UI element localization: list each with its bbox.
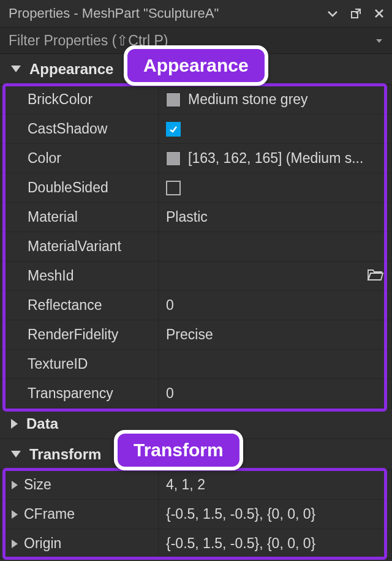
- properties-body: Appearance BrickColor Medium stone grey …: [0, 54, 392, 559]
- prop-label: MaterialVariant: [28, 238, 121, 254]
- filter-placeholder: Filter Properties (⇧Ctrl P): [9, 32, 375, 49]
- prop-label: Material: [28, 209, 78, 225]
- prop-row-textureid[interactable]: TextureID: [1, 350, 392, 379]
- prop-label: RenderFidelity: [28, 326, 118, 342]
- expand-icon[interactable]: [12, 481, 18, 489]
- filter-dropdown-icon[interactable]: [375, 32, 383, 49]
- titlebar-icons: [326, 7, 386, 20]
- prop-row-reflectance[interactable]: Reflectance 0: [1, 291, 392, 320]
- collapse-icon[interactable]: [326, 7, 339, 20]
- prop-row-doublesided[interactable]: DoubleSided: [1, 173, 392, 203]
- chevron-down-icon: [11, 66, 21, 72]
- prop-value: {-0.5, 1.5, -0.5}, {0, 0, 0}: [166, 506, 315, 522]
- checkbox-checked[interactable]: [166, 122, 181, 137]
- prop-row-size[interactable]: Size 4, 1, 2: [1, 470, 392, 500]
- prop-value: Plastic: [166, 209, 208, 225]
- expand-icon[interactable]: [12, 540, 18, 548]
- prop-row-materialvariant[interactable]: MaterialVariant: [1, 232, 392, 262]
- prop-value: {-0.5, 1.5, -0.5}, {0, 0, 0}: [166, 535, 315, 551]
- prop-row-color[interactable]: Color [163, 162, 165] (Medium s...: [1, 144, 392, 173]
- transform-table: Size 4, 1, 2 CFrame {-0.5, 1.5, -0.5}, {…: [0, 470, 392, 559]
- prop-value: Medium stone grey: [188, 91, 308, 108]
- prop-label: MeshId: [28, 268, 74, 284]
- properties-panel: Properties - MeshPart "SculptureA" Filte…: [0, 0, 392, 561]
- prop-label: TextureID: [28, 356, 88, 372]
- prop-row-renderfidelity[interactable]: RenderFidelity Precise: [1, 320, 392, 350]
- prop-row-origin[interactable]: Origin {-0.5, 1.5, -0.5}, {0, 0, 0}: [1, 529, 392, 559]
- prop-value: Precise: [166, 326, 213, 342]
- checkbox-unchecked[interactable]: [166, 181, 181, 195]
- prop-value: 4, 1, 2: [166, 476, 205, 492]
- color-swatch[interactable]: [166, 151, 181, 166]
- titlebar: Properties - MeshPart "SculptureA": [0, 0, 392, 27]
- prop-row-material[interactable]: Material Plastic: [1, 203, 392, 232]
- folder-open-icon[interactable]: [367, 268, 384, 285]
- section-header-appearance[interactable]: Appearance: [0, 54, 392, 85]
- prop-row-castshadow[interactable]: CastShadow: [1, 115, 392, 144]
- panel-title: Properties - MeshPart "SculptureA": [9, 6, 326, 21]
- prop-value: 0: [166, 385, 174, 401]
- svg-marker-4: [376, 39, 382, 43]
- section-label: Appearance: [29, 61, 113, 78]
- prop-label: Size: [24, 476, 51, 493]
- section-label: Transform: [29, 446, 101, 463]
- color-swatch[interactable]: [166, 92, 181, 107]
- section-header-transform[interactable]: Transform: [0, 439, 392, 470]
- prop-label: CFrame: [24, 506, 75, 522]
- section-label: Data: [26, 415, 58, 432]
- prop-label: Origin: [24, 535, 61, 552]
- prop-row-meshid[interactable]: MeshId: [1, 262, 392, 291]
- section-header-data[interactable]: Data: [0, 409, 392, 439]
- prop-label: Reflectance: [28, 297, 102, 313]
- expand-icon[interactable]: [12, 510, 18, 519]
- prop-row-brickcolor[interactable]: BrickColor Medium stone grey: [1, 85, 392, 115]
- prop-value: 0: [166, 297, 174, 313]
- filter-bar[interactable]: Filter Properties (⇧Ctrl P): [0, 27, 392, 54]
- prop-value: [163, 162, 165] (Medium s...: [188, 150, 363, 167]
- prop-label: DoubleSided: [28, 179, 108, 195]
- prop-label: BrickColor: [28, 91, 92, 107]
- prop-row-cframe[interactable]: CFrame {-0.5, 1.5, -0.5}, {0, 0, 0}: [1, 500, 392, 529]
- chevron-right-icon: [11, 419, 18, 429]
- prop-label: Transparency: [28, 385, 113, 401]
- chevron-down-icon: [11, 451, 21, 457]
- appearance-table: BrickColor Medium stone grey CastShadow …: [0, 85, 392, 409]
- prop-row-transparency[interactable]: Transparency 0: [1, 379, 392, 409]
- close-icon[interactable]: [372, 7, 386, 20]
- prop-label: CastShadow: [28, 121, 107, 137]
- prop-label: Color: [28, 150, 61, 166]
- popout-icon[interactable]: [349, 7, 363, 20]
